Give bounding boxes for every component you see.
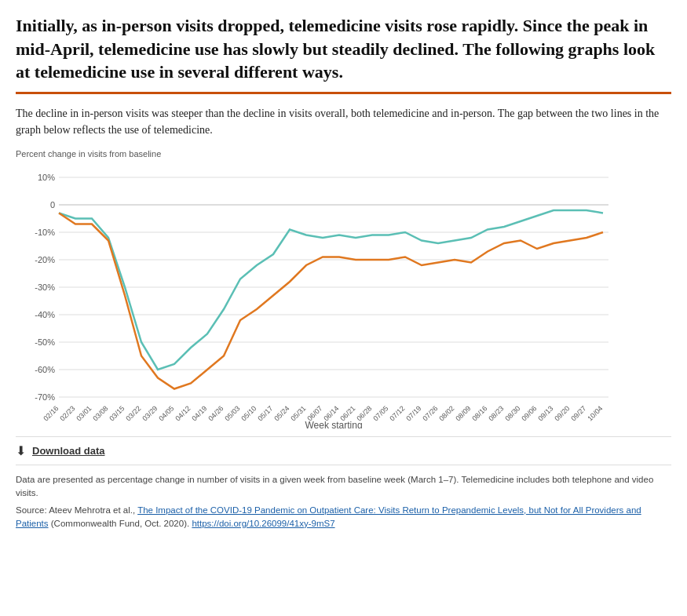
svg-text:03/08: 03/08 <box>91 404 109 422</box>
svg-text:08/16: 08/16 <box>470 404 488 422</box>
svg-text:-70%: -70% <box>35 392 55 402</box>
section-divider <box>16 92 671 94</box>
svg-text:05/24: 05/24 <box>272 404 291 422</box>
svg-text:09/20: 09/20 <box>553 404 571 422</box>
download-icon: ⬇ <box>16 443 26 458</box>
svg-text:08/30: 08/30 <box>503 404 521 422</box>
svg-text:-30%: -30% <box>35 282 55 292</box>
download-bar[interactable]: ⬇ Download data <box>16 436 671 465</box>
svg-text:05/03: 05/03 <box>223 404 241 422</box>
svg-text:08/23: 08/23 <box>487 404 505 422</box>
headline: Initially, as in-person visits dropped, … <box>16 14 671 84</box>
svg-text:04/12: 04/12 <box>174 404 192 422</box>
footnote: Data are presented as percentage change … <box>16 473 671 501</box>
svg-text:0: 0 <box>50 200 55 210</box>
source-prefix: Source: Ateev Mehrotra et al., <box>16 505 137 515</box>
source-line: Source: Ateev Mehrotra et al., The Impac… <box>16 504 671 531</box>
line-chart: 10% 0 -10% -20% -30% -40% -50% -60% -70%… <box>16 162 671 428</box>
svg-text:02/16: 02/16 <box>42 404 60 422</box>
svg-text:07/26: 07/26 <box>421 404 439 422</box>
y-axis-label: Percent change in visits from baseline <box>16 149 671 159</box>
svg-text:03/01: 03/01 <box>75 404 93 422</box>
svg-text:10%: 10% <box>38 173 55 182</box>
svg-text:05/10: 05/10 <box>239 404 258 422</box>
svg-text:-50%: -50% <box>35 337 55 347</box>
svg-text:08/02: 08/02 <box>437 404 455 422</box>
body-description: The decline in in-person visits was stee… <box>16 105 671 138</box>
in-person-line <box>59 213 603 389</box>
svg-text:09/27: 09/27 <box>569 404 587 422</box>
svg-text:04/05: 04/05 <box>157 404 175 422</box>
svg-text:08/09: 08/09 <box>454 404 472 422</box>
svg-text:-10%: -10% <box>35 228 55 237</box>
svg-text:03/15: 03/15 <box>108 404 126 422</box>
svg-text:-20%: -20% <box>35 255 55 264</box>
svg-text:Week starting: Week starting <box>305 420 362 428</box>
svg-text:05/17: 05/17 <box>256 404 274 422</box>
source-suffix: (Commonwealth Fund, Oct. 2020). <box>51 519 192 528</box>
svg-text:03/22: 03/22 <box>124 404 142 422</box>
svg-text:03/29: 03/29 <box>141 404 159 422</box>
doi-link[interactable]: https://doi.org/10.26099/41xy-9mS7 <box>192 519 334 528</box>
svg-text:09/13: 09/13 <box>536 404 554 422</box>
chart-area: 10% 0 -10% -20% -30% -40% -50% -60% -70%… <box>16 162 671 428</box>
download-label[interactable]: Download data <box>32 445 104 457</box>
svg-text:-40%: -40% <box>35 310 55 319</box>
svg-text:-60%: -60% <box>35 365 55 374</box>
svg-text:07/05: 07/05 <box>371 404 389 422</box>
svg-text:02/23: 02/23 <box>58 404 76 422</box>
all-visits-line <box>59 210 603 370</box>
svg-text:04/19: 04/19 <box>190 404 208 422</box>
svg-text:07/19: 07/19 <box>404 404 422 422</box>
svg-text:09/06: 09/06 <box>520 404 538 422</box>
svg-text:04/26: 04/26 <box>206 404 225 422</box>
svg-text:10/04: 10/04 <box>586 404 604 422</box>
svg-text:07/12: 07/12 <box>388 404 406 422</box>
